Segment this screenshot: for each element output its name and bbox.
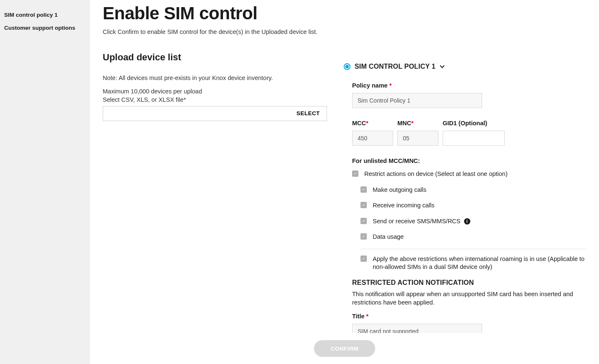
mnc-input[interactable] [397, 131, 438, 146]
page-title: Enable SIM control [103, 4, 327, 23]
gid-label: GID1 (Optional) [443, 120, 505, 126]
radio-selected-icon [344, 63, 350, 70]
notif-section-desc: This notification will appear when an un… [352, 290, 586, 307]
mcc-label: MCC* [352, 120, 393, 126]
roaming-checkbox-label: Apply the above restrictions when intern… [373, 255, 586, 271]
checkbox-checked-icon [352, 170, 358, 177]
sms-checkbox-row[interactable]: Send or receive SMS/MMS/RCS i [360, 217, 586, 226]
incoming-checkbox-row[interactable]: Receive incoming calls [360, 201, 586, 210]
mnc-label: MNC* [397, 120, 438, 126]
upload-section-title: Upload device list [103, 52, 327, 63]
file-select-row: SELECT [103, 106, 327, 121]
gid-input[interactable] [443, 131, 505, 146]
checkbox-checked-icon [360, 202, 367, 208]
upload-max-hint: Maximum 10,000 devices per upload [103, 87, 327, 96]
checkbox-checked-icon [360, 233, 367, 240]
divider [360, 249, 586, 249]
policy-accordion-label: SIM CONTROL POLICY 1 [355, 63, 436, 70]
upload-note: Note: All devices must pre-exists in you… [103, 75, 327, 81]
checkbox-checked-icon [360, 256, 367, 262]
restrict-checkbox-row[interactable]: Restrict actions on device (Select at le… [352, 170, 586, 178]
policy-name-input[interactable] [352, 93, 482, 108]
checkbox-checked-icon [360, 186, 367, 193]
data-checkbox-row[interactable]: Data usage [360, 233, 586, 241]
sidebar: SIM control policy 1 Customer support op… [0, 0, 90, 364]
policy-name-label: Policy name* [352, 82, 586, 89]
unlisted-heading: For unlisted MCC/MNC: [352, 157, 586, 164]
confirm-button[interactable]: CONFIRM [314, 340, 376, 357]
data-checkbox-label: Data usage [373, 233, 404, 241]
restrict-checkbox-label: Restrict actions on device (Select at le… [364, 170, 508, 178]
main-content: Enable SIM control Click Confirm to enab… [90, 0, 599, 364]
policy-accordion-header[interactable]: SIM CONTROL POLICY 1 [344, 63, 586, 70]
info-icon[interactable]: i [464, 218, 470, 225]
roaming-checkbox-row[interactable]: Apply the above restrictions when intern… [360, 255, 586, 271]
checkbox-checked-icon [360, 218, 367, 224]
incoming-checkbox-label: Receive incoming calls [373, 201, 434, 210]
mcc-input[interactable] [352, 131, 393, 146]
notif-section-title: RESTRICTED ACTION NOTIFICATION [352, 279, 586, 287]
upload-file-hint: Select CSV, XLS, or XLSX file* [103, 96, 327, 104]
outgoing-checkbox-row[interactable]: Make outgoing calls [360, 186, 586, 194]
sidebar-item-customer-support[interactable]: Customer support options [0, 21, 90, 34]
page-description: Click Confirm to enable SIM control for … [103, 28, 327, 35]
chevron-down-icon [440, 63, 444, 68]
sms-checkbox-label: Send or receive SMS/MMS/RCS i [373, 217, 470, 226]
sidebar-item-sim-policy[interactable]: SIM control policy 1 [0, 8, 90, 21]
file-path-input[interactable] [103, 106, 290, 121]
notif-title-label: Title* [352, 313, 586, 320]
file-select-button[interactable]: SELECT [290, 106, 327, 121]
outgoing-checkbox-label: Make outgoing calls [373, 186, 426, 194]
footer-bar: CONFIRM [90, 333, 599, 364]
